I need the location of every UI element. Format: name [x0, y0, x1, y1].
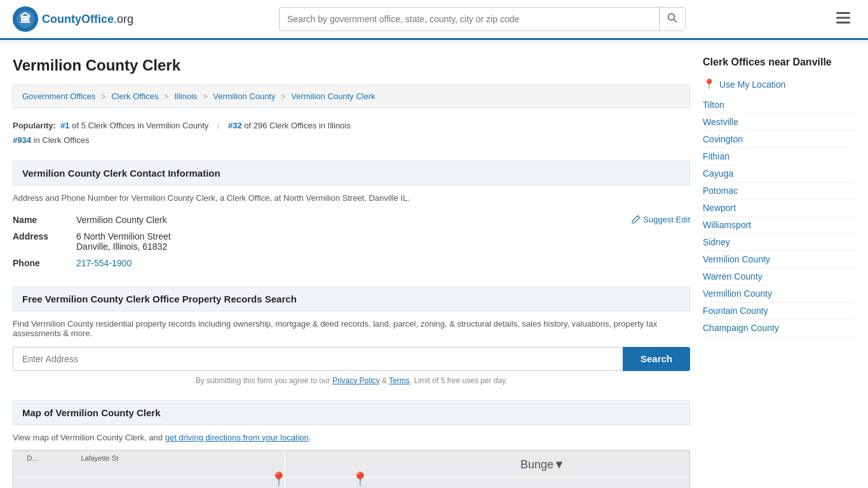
- phone-link[interactable]: 217-554-1900: [76, 258, 132, 268]
- header-search-input[interactable]: [280, 9, 659, 29]
- logo-text: CountyOffice.org: [42, 13, 133, 26]
- form-terms: By submitting this form you agree to our…: [13, 376, 690, 385]
- svg-text:🏛: 🏛: [20, 12, 31, 25]
- list-item: Champaign County: [703, 320, 855, 337]
- sidebar-link[interactable]: Vermillion County: [703, 288, 772, 299]
- popularity-of3: in Clerk Offices: [34, 135, 90, 145]
- list-item: Tilton: [703, 97, 855, 114]
- breadcrumb-link-2[interactable]: Clerk Offices: [111, 92, 158, 101]
- phone-label: Phone: [13, 255, 76, 271]
- address-search-input[interactable]: [13, 347, 623, 371]
- sidebar-link[interactable]: Tilton: [703, 100, 724, 110]
- svg-line-4: [674, 20, 677, 23]
- svg-point-3: [668, 14, 675, 20]
- list-item: Newport: [703, 200, 855, 217]
- sidebar-link[interactable]: Sidney: [703, 237, 730, 247]
- sidebar-link[interactable]: Covington: [703, 134, 743, 144]
- contact-table: Name Vermilion County Clerk Suggest Edit…: [13, 212, 690, 271]
- map-description: View map of Vermilion County Clerk, and …: [13, 433, 690, 442]
- breadcrumb-link-1[interactable]: Government Offices: [22, 92, 95, 101]
- sidebar-link[interactable]: Warren County: [703, 271, 763, 281]
- logo-icon: 🏛: [13, 6, 38, 32]
- sidebar-header: Clerk Offices near Danville: [703, 57, 855, 76]
- list-item: Vermillion County: [703, 285, 855, 302]
- menu-button[interactable]: [831, 8, 855, 30]
- sidebar-link[interactable]: Fountain County: [703, 306, 768, 316]
- svg-rect-7: [836, 22, 850, 24]
- list-item: Fountain County: [703, 302, 855, 320]
- page-title: Vermilion County Clerk: [13, 57, 690, 74]
- suggest-edit-button[interactable]: Suggest Edit: [632, 215, 690, 224]
- contact-description: Address and Phone Number for Vermilion C…: [13, 193, 690, 203]
- main-container: Vermilion County Clerk Government Office…: [0, 44, 868, 488]
- sidebar-link[interactable]: Potomac: [703, 186, 738, 196]
- sidebar-link[interactable]: Newport: [703, 203, 736, 213]
- list-item: Sidney: [703, 234, 855, 251]
- breadcrumb-link-4[interactable]: Vermilion County: [213, 92, 275, 101]
- popularity-rank1: #1: [60, 121, 69, 130]
- list-item: Warren County: [703, 268, 855, 285]
- logo-area: 🏛 CountyOffice.org: [13, 6, 133, 32]
- sidebar-link[interactable]: Champaign County: [703, 323, 779, 333]
- phone-value: 217-554-1900: [76, 255, 690, 271]
- list-item: Potomac: [703, 182, 855, 200]
- sidebar-link[interactable]: Westville: [703, 117, 738, 127]
- name-value: Vermilion County Clerk Suggest Edit: [76, 212, 690, 228]
- search-bar: [279, 7, 686, 31]
- list-item: Covington: [703, 131, 855, 148]
- content-area: Vermilion County Clerk Government Office…: [13, 57, 690, 488]
- map-section: Map of Vermilion County Clerk View map o…: [13, 400, 690, 488]
- sidebar-link[interactable]: Williamsport: [703, 220, 751, 230]
- table-row: Phone 217-554-1900: [13, 255, 690, 271]
- list-item: Fithian: [703, 148, 855, 165]
- address-value: 6 North Vermilion Street Danville, Illin…: [76, 228, 690, 255]
- driving-directions-link[interactable]: get driving directions from your locatio…: [165, 433, 309, 442]
- popularity-rank2: #32: [228, 121, 242, 130]
- map-section-header: Map of Vermilion County Clerk: [13, 400, 690, 425]
- sidebar-link[interactable]: Vermilion County: [703, 254, 770, 264]
- name-label: Name: [13, 212, 76, 228]
- address-label: Address: [13, 228, 76, 255]
- sidebar-location: 📍 Use My Location: [703, 78, 855, 90]
- map-preview[interactable]: 📍 📍 Bunge▼ D... Lafayette St 📍 Vermilion…: [13, 450, 690, 488]
- breadcrumb: Government Offices > Clerk Offices > Ill…: [13, 85, 690, 108]
- sidebar-link[interactable]: Cayuga: [703, 168, 733, 179]
- header-search-button[interactable]: [659, 8, 685, 30]
- terms-link[interactable]: Terms: [389, 376, 410, 385]
- popularity-rank3: #934: [13, 135, 31, 145]
- address-search-button[interactable]: Search: [623, 347, 690, 371]
- table-row: Name Vermilion County Clerk Suggest Edit: [13, 212, 690, 228]
- property-search-section: Free Vermilion County Clerk Office Prope…: [13, 287, 690, 385]
- contact-section-header: Vermilion County Clerk Contact Informati…: [13, 161, 690, 186]
- list-item: Vermilion County: [703, 251, 855, 268]
- property-description: Find Vermilion County residential proper…: [13, 319, 690, 338]
- sidebar-link[interactable]: Fithian: [703, 151, 729, 161]
- location-pin-icon: 📍: [703, 78, 715, 90]
- sidebar-links-list: TiltonWestvilleCovingtonFithianCayugaPot…: [703, 97, 855, 337]
- address-search-form: Search: [13, 347, 690, 371]
- popularity-of2: of 296 Clerk Offices in Illinois: [244, 121, 350, 130]
- list-item: Williamsport: [703, 217, 855, 234]
- breadcrumb-link-3[interactable]: Illinois: [174, 92, 197, 101]
- list-item: Westville: [703, 114, 855, 131]
- svg-rect-5: [836, 12, 850, 14]
- use-my-location-link[interactable]: Use My Location: [719, 79, 785, 90]
- property-section-header: Free Vermilion County Clerk Office Prope…: [13, 287, 690, 311]
- breadcrumb-link-5[interactable]: Vermilion County Clerk: [291, 92, 375, 101]
- sidebar: Clerk Offices near Danville 📍 Use My Loc…: [703, 57, 855, 488]
- svg-rect-6: [836, 17, 850, 19]
- popularity-bar: Popularity: #1 of 5 Clerk Offices in Ver…: [13, 118, 690, 148]
- privacy-policy-link[interactable]: Privacy Policy: [332, 376, 380, 385]
- table-row: Address 6 North Vermilion Street Danvill…: [13, 228, 690, 255]
- header: 🏛 CountyOffice.org: [0, 0, 868, 40]
- list-item: Cayuga: [703, 165, 855, 182]
- popularity-of1: of 5 Clerk Offices in Vermilion County: [72, 121, 208, 130]
- contact-section: Vermilion County Clerk Contact Informati…: [13, 161, 690, 271]
